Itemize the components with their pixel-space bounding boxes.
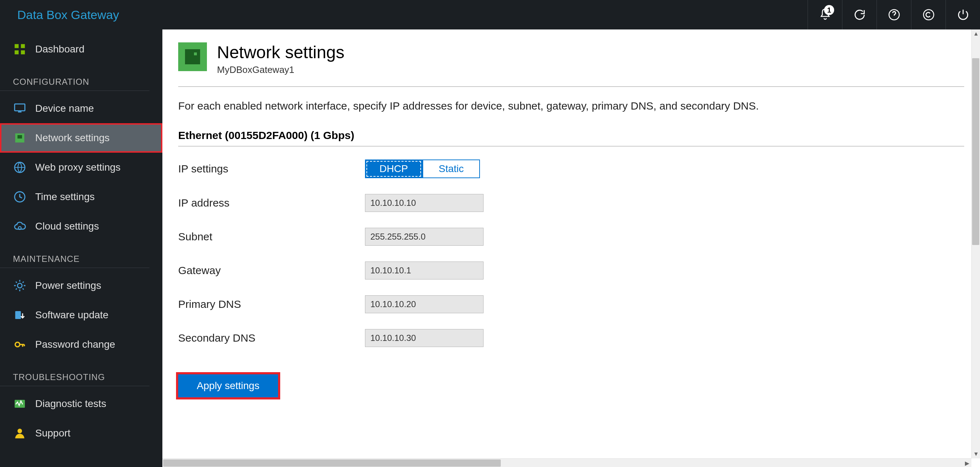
top-bar: Data Box Gateway 1 <box>0 0 980 29</box>
interface-title: Ethernet (00155D2FA000) (1 Gbps) <box>178 129 964 146</box>
page-subtitle: MyDBoxGateway1 <box>217 64 345 75</box>
monitor-icon <box>13 102 27 115</box>
row-ip-address: IP address <box>178 194 964 212</box>
svg-point-1 <box>923 10 934 20</box>
svg-point-15 <box>15 342 20 347</box>
sidebar-item-label: Web proxy settings <box>35 162 121 173</box>
scroll-right-icon[interactable]: ▶ <box>963 459 971 467</box>
input-secondary-dns[interactable] <box>365 329 484 347</box>
input-gateway[interactable] <box>365 262 484 280</box>
sidebar-item-label: Network settings <box>35 132 110 144</box>
sidebar-item-cloud-settings[interactable]: Cloud settings <box>0 211 162 241</box>
svg-rect-3 <box>21 44 25 48</box>
scroll-up-icon[interactable]: ▲ <box>972 29 980 38</box>
row-secondary-dns: Secondary DNS <box>178 329 964 347</box>
sidebar-item-software-update[interactable]: Software update <box>0 300 162 330</box>
svg-rect-2 <box>15 44 19 48</box>
sidebar-header-maintenance: MAINTENANCE <box>0 241 150 268</box>
sidebar-header-troubleshooting: TROUBLESHOOTING <box>0 359 150 386</box>
sidebar-item-time-settings[interactable]: Time settings <box>0 182 162 211</box>
sidebar-item-power-settings[interactable]: Power settings <box>0 271 162 300</box>
refresh-icon[interactable] <box>842 0 877 29</box>
sidebar-header-configuration: CONFIGURATION <box>0 64 150 91</box>
label-ip-address: IP address <box>178 197 365 209</box>
svg-rect-14 <box>15 311 21 319</box>
sidebar-item-label: Power settings <box>35 280 101 291</box>
notification-icon[interactable]: 1 <box>808 0 842 29</box>
sidebar: Dashboard CONFIGURATION Device name Netw… <box>0 29 162 467</box>
page-title: Network settings <box>217 42 345 62</box>
toggle-static[interactable]: Static <box>422 159 480 178</box>
svg-rect-6 <box>15 104 25 111</box>
sidebar-item-web-proxy[interactable]: Web proxy settings <box>0 152 162 182</box>
vertical-scrollbar[interactable]: ▲ ▼ <box>971 29 980 458</box>
svg-point-13 <box>18 283 22 288</box>
svg-rect-7 <box>18 111 22 113</box>
sidebar-item-label: Password change <box>35 339 115 350</box>
cloud-icon <box>13 219 27 233</box>
notification-badge: 1 <box>824 5 834 15</box>
scroll-thumb-h[interactable] <box>163 459 501 467</box>
apply-settings-button[interactable]: Apply settings <box>178 374 278 397</box>
help-icon[interactable] <box>877 0 911 29</box>
label-gateway: Gateway <box>178 264 365 276</box>
label-secondary-dns: Secondary DNS <box>178 332 365 344</box>
sidebar-item-label: Time settings <box>35 191 94 203</box>
svg-rect-4 <box>15 50 19 54</box>
brand-title: Data Box Gateway <box>0 8 119 22</box>
sidebar-item-password-change[interactable]: Password change <box>0 330 162 359</box>
sidebar-item-label: Software update <box>35 309 108 321</box>
sidebar-item-device-name[interactable]: Device name <box>0 94 162 123</box>
dashboard-icon <box>13 42 27 56</box>
network-icon <box>13 131 27 145</box>
sidebar-item-network-settings[interactable]: Network settings <box>0 123 162 152</box>
row-gateway: Gateway <box>178 262 964 280</box>
toggle-dhcp[interactable]: DHCP <box>365 159 422 178</box>
input-primary-dns[interactable] <box>365 295 484 313</box>
label-subnet: Subnet <box>178 230 365 243</box>
row-ip-settings: IP settings DHCP Static <box>178 159 964 178</box>
row-subnet: Subnet <box>178 228 964 246</box>
key-icon <box>13 338 27 351</box>
support-icon <box>13 426 27 440</box>
svg-rect-5 <box>21 50 25 54</box>
row-primary-dns: Primary DNS <box>178 295 964 313</box>
scroll-down-icon[interactable]: ▼ <box>972 450 980 458</box>
sidebar-item-label: Device name <box>35 103 94 114</box>
svg-rect-9 <box>18 135 22 139</box>
sidebar-item-label: Cloud settings <box>35 221 99 232</box>
label-ip-settings: IP settings <box>178 163 365 175</box>
sidebar-item-label: Dashboard <box>35 43 84 55</box>
globe-icon <box>13 160 27 174</box>
gear-icon <box>13 279 27 292</box>
scroll-thumb-v[interactable] <box>972 58 979 245</box>
page-header: Network settings MyDBoxGateway1 <box>178 42 964 87</box>
sidebar-item-label: Diagnostic tests <box>35 398 107 410</box>
sidebar-item-support[interactable]: Support <box>0 418 162 448</box>
svg-point-17 <box>18 429 22 433</box>
sidebar-item-dashboard[interactable]: Dashboard <box>0 35 162 64</box>
label-primary-dns: Primary DNS <box>178 298 365 310</box>
clock-icon <box>13 190 27 204</box>
horizontal-scrollbar[interactable]: ◀ ▶ <box>162 458 971 467</box>
update-icon <box>13 308 27 322</box>
copyright-icon[interactable] <box>911 0 945 29</box>
page-icon <box>178 42 207 71</box>
activity-icon <box>13 397 27 411</box>
power-icon[interactable] <box>945 0 980 29</box>
intro-text: For each enabled network interface, spec… <box>178 100 964 112</box>
input-ip-address[interactable] <box>365 194 484 212</box>
sidebar-item-diagnostic-tests[interactable]: Diagnostic tests <box>0 389 162 418</box>
input-subnet[interactable] <box>365 228 484 246</box>
ip-settings-toggle: DHCP Static <box>365 159 480 178</box>
sidebar-item-label: Support <box>35 427 70 439</box>
main-content: Network settings MyDBoxGateway1 For each… <box>162 29 980 467</box>
